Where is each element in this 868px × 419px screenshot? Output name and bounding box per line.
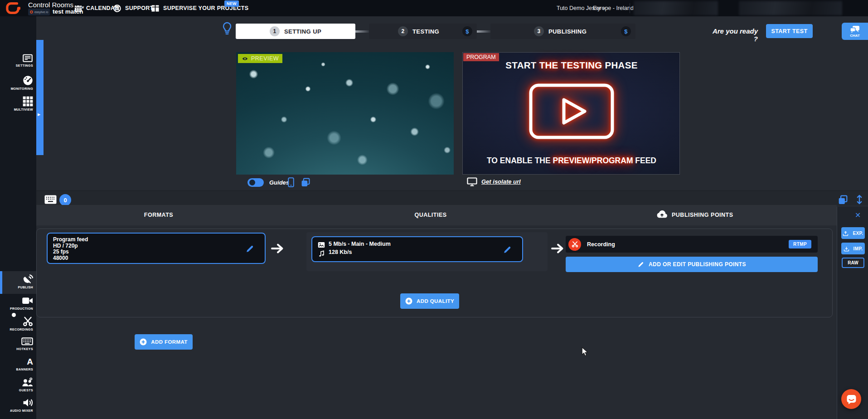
hotkey-count-badge: 0 — [59, 194, 71, 206]
new-badge: NEW — [224, 0, 239, 7]
start-test-button[interactable]: START TEST — [766, 24, 813, 38]
format-framerate: 25 fps — [53, 249, 259, 255]
nav-support-label: SUPPORT — [125, 5, 154, 11]
preview-badge-label: PREVIEW — [251, 55, 279, 62]
edit-quality-pencil-icon[interactable] — [503, 245, 512, 254]
guides-toggle[interactable] — [247, 178, 264, 187]
topbar-divider — [630, 3, 630, 13]
quality-card[interactable]: 5 Mb/s - Main - Medium 128 Kb/s — [311, 236, 523, 262]
raw-button[interactable]: RAW — [842, 258, 864, 268]
app-title: Control Rooms — [28, 1, 73, 9]
download-icon — [844, 246, 849, 252]
protocol-badge: RTMP — [789, 240, 811, 248]
edit-format-pencil-icon[interactable] — [245, 244, 255, 253]
pipeline-toolbar — [36, 190, 868, 205]
redacted-block — [634, 1, 718, 15]
expand-handle-icon: ▶ — [38, 112, 40, 117]
easylive-mini-icon — [30, 10, 33, 14]
sidebar-item-multiview[interactable]: MULTIVIEW — [0, 96, 36, 111]
add-quality-button[interactable]: ADD QUALITY — [400, 293, 459, 309]
publish-icon — [22, 273, 33, 284]
publishing-point-name: Recording — [587, 241, 615, 248]
step-number: 3 — [534, 26, 544, 36]
banners-icon: A — [27, 357, 33, 366]
sidebar-item-settings[interactable]: SETTINGS — [0, 54, 36, 67]
program-overlay-line2: TO ENABLE THE PREVIEW/PROGRAM FEED — [463, 156, 680, 166]
eye-icon — [242, 56, 248, 61]
add-format-button[interactable]: ADD FORMAT — [135, 334, 193, 350]
sidebar-expand-scrollbar[interactable]: ▶ — [36, 40, 44, 155]
audio-mixer-icon — [23, 398, 33, 408]
plus-circle-icon — [140, 338, 147, 346]
nav-calendar[interactable]: CALENDAR — [74, 0, 119, 16]
step-number: 1 — [270, 26, 280, 36]
sidebar-item-audio-mixer[interactable]: AUDIO MIXER — [0, 398, 36, 412]
duplicate-panel-icon[interactable] — [838, 195, 848, 205]
control-rooms-app: Control Rooms easylive.io test match ▾ C… — [0, 0, 868, 419]
format-audio-rate: 48000 — [53, 255, 259, 262]
close-panel-icon[interactable]: ✕ — [855, 211, 861, 219]
arrow-right-icon — [271, 243, 284, 254]
scissors-icon — [23, 316, 33, 326]
chat-widget-icon — [846, 394, 857, 404]
arrow-right-icon — [551, 243, 564, 254]
formats-header: FORMATS — [68, 212, 249, 218]
program-monitor[interactable]: PROGRAM START THE TESTING PHASE TO ENABL… — [462, 52, 680, 175]
format-resolution: HD / 720p — [53, 243, 259, 249]
step-testing[interactable]: 2 TESTING $ — [369, 24, 477, 39]
quality-video-label: 5 Mb/s - Main - Medium — [329, 241, 391, 247]
region-menu-label: Europe - Ireland — [593, 5, 634, 11]
chat-bubbles-icon — [850, 25, 860, 33]
get-isolate-url-link[interactable]: Get isolate url — [481, 178, 521, 185]
publishing-point-row[interactable]: Recording RTMP — [566, 236, 818, 253]
qualities-header: QUALITIES — [340, 212, 521, 218]
step-setting-up[interactable]: 1 SETTING UP — [236, 24, 355, 39]
sidebar-item-recordings[interactable]: RECORDINGS — [0, 316, 36, 331]
mobile-preview-icon[interactable] — [288, 177, 294, 187]
keyboard-icon — [21, 336, 33, 346]
sidebar-item-banners[interactable]: A BANNERS — [0, 357, 36, 371]
step-publishing[interactable]: 3 PUBLISHING $ — [490, 24, 635, 39]
sidebar-item-production[interactable]: PRODUCTION — [0, 296, 36, 310]
chat-tab-label: CHAT — [850, 34, 860, 38]
paid-feature-icon: $ — [621, 26, 631, 36]
program-overlay-line1: START THE TESTING PHASE — [463, 60, 680, 71]
format-card[interactable]: Program feed HD / 720p 25 fps 48000 — [47, 233, 266, 264]
import-button[interactable]: IMP. — [841, 243, 865, 254]
resize-panel-icon[interactable] — [856, 194, 863, 205]
chat-widget-button[interactable] — [841, 389, 861, 409]
projects-icon — [151, 5, 160, 12]
chat-tab[interactable]: CHAT — [842, 23, 868, 40]
add-or-edit-publishing-points-button[interactable]: ADD OR EDIT PUBLISHING POINTS — [566, 257, 818, 272]
guests-icon — [22, 377, 33, 387]
neon-play-icon — [526, 81, 617, 142]
step-connector — [477, 30, 490, 33]
sidebar-item-hotkeys[interactable]: HOTKEYS — [0, 336, 36, 351]
step-label: SETTING UP — [284, 28, 321, 35]
copy-preview-icon[interactable] — [301, 178, 310, 187]
settings-icon — [22, 54, 33, 63]
support-icon — [113, 4, 121, 13]
preview-monitor[interactable]: PREVIEW — [236, 52, 454, 175]
top-bar: Control Rooms easylive.io test match ▾ C… — [0, 0, 868, 16]
hotkeys-toolbar-icon[interactable] — [44, 195, 57, 204]
sidebar-item-publish[interactable]: PUBLISH — [0, 273, 36, 289]
lightbulb-icon — [222, 22, 233, 35]
sidebar-item-monitoring[interactable]: MONITORING — [0, 75, 36, 90]
monitoring-icon — [23, 75, 33, 86]
recording-type-icon — [568, 238, 581, 251]
step-label: TESTING — [412, 28, 439, 35]
plus-circle-icon — [405, 297, 412, 305]
step-label: PUBLISHING — [548, 28, 587, 35]
paid-feature-icon: $ — [462, 26, 472, 36]
brand-badge: easylive.io — [28, 9, 50, 15]
sidebar-item-guests[interactable]: GUESTS — [0, 377, 36, 392]
monitor-icon — [467, 177, 477, 186]
calendar-icon — [74, 4, 82, 13]
nav-support[interactable]: SUPPORT — [113, 0, 154, 16]
region-menu[interactable]: Europe - Ireland ▾ — [593, 0, 638, 16]
video-quality-icon — [318, 242, 325, 248]
export-button[interactable]: EXP. — [841, 227, 865, 239]
easylive-logo-icon[interactable] — [5, 1, 22, 15]
guides-toggle-knob — [249, 180, 255, 185]
